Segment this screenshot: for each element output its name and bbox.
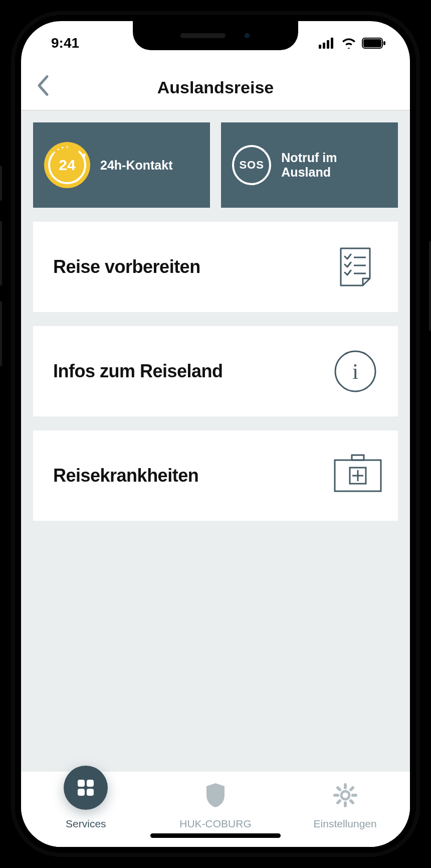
svg-line-35 xyxy=(351,788,353,790)
checklist-icon xyxy=(333,244,378,290)
wifi-icon xyxy=(341,38,357,49)
chevron-left-icon xyxy=(36,74,49,96)
badge-24: 24 xyxy=(59,157,75,174)
svg-rect-25 xyxy=(78,789,85,796)
svg-rect-6 xyxy=(383,41,385,45)
firstaid-icon xyxy=(333,453,378,498)
tile-label: 24h-Kontakt xyxy=(100,158,172,173)
screen: 9:41 Auslandsreise xyxy=(21,21,410,847)
card-label: Infos zum Reiseland xyxy=(53,361,223,382)
svg-rect-0 xyxy=(319,45,321,49)
tab-label: Services xyxy=(41,818,131,830)
back-button[interactable] xyxy=(36,74,49,101)
battery-icon xyxy=(362,38,386,49)
services-fab-icon xyxy=(64,766,108,810)
badge-sos: SOS xyxy=(239,159,264,172)
card-prepare-trip[interactable]: Reise vorbereiten xyxy=(33,222,398,312)
status-time: 9:41 xyxy=(51,35,79,51)
svg-point-10 xyxy=(57,149,59,151)
status-icons xyxy=(319,38,386,49)
card-travel-illness[interactable]: Reisekrankheiten xyxy=(33,430,398,521)
home-indicator[interactable] xyxy=(150,833,281,838)
svg-text:i: i xyxy=(352,359,358,384)
content-area: 24 24h-Kontakt SOS Notruf im Ausland xyxy=(21,110,410,772)
svg-point-27 xyxy=(341,791,349,799)
svg-line-33 xyxy=(351,801,353,803)
page-title: Auslandsreise xyxy=(157,78,274,97)
card-label: Reise vorbereiten xyxy=(53,256,200,277)
nav-bar: Auslandsreise xyxy=(21,65,410,110)
svg-point-11 xyxy=(62,147,64,149)
tile-label: Notruf im Ausland xyxy=(281,151,387,180)
svg-rect-2 xyxy=(327,40,329,49)
shield-icon xyxy=(204,782,227,808)
volume-up-button xyxy=(0,221,2,286)
tab-huk[interactable]: HUK-COBURG xyxy=(170,773,261,830)
tile-sos[interactable]: SOS Notruf im Ausland xyxy=(221,122,398,208)
tab-services[interactable]: Services xyxy=(41,773,131,830)
info-icon: i xyxy=(333,349,378,394)
svg-point-9 xyxy=(53,151,56,154)
notch xyxy=(133,21,298,50)
svg-rect-1 xyxy=(323,43,325,49)
tab-settings[interactable]: Einstellungen xyxy=(300,773,390,830)
tile-24h-contact[interactable]: 24 24h-Kontakt xyxy=(33,122,210,208)
svg-rect-24 xyxy=(87,780,94,787)
svg-rect-19 xyxy=(352,455,364,460)
sos-icon: SOS xyxy=(232,145,271,185)
svg-line-34 xyxy=(338,801,340,803)
svg-rect-3 xyxy=(331,38,333,49)
power-button xyxy=(429,241,431,331)
card-label: Reisekrankheiten xyxy=(53,465,198,486)
cellular-icon xyxy=(319,38,336,49)
svg-line-32 xyxy=(338,788,340,790)
clock-24-icon: 24 xyxy=(44,142,90,188)
volume-down-button xyxy=(0,301,2,366)
phone-frame: 9:41 Auslandsreise xyxy=(0,0,431,868)
tab-label: HUK-COBURG xyxy=(170,818,261,830)
mute-switch xyxy=(0,166,2,201)
svg-rect-26 xyxy=(87,789,94,796)
tab-label: Einstellungen xyxy=(300,818,390,830)
card-country-info[interactable]: Infos zum Reiseland i xyxy=(33,326,398,416)
gear-icon xyxy=(333,783,358,808)
tab-bar: Services HUK-COBURG Einstellungen xyxy=(21,772,410,847)
svg-point-12 xyxy=(66,146,68,148)
svg-rect-5 xyxy=(363,39,381,47)
svg-rect-23 xyxy=(78,780,85,787)
